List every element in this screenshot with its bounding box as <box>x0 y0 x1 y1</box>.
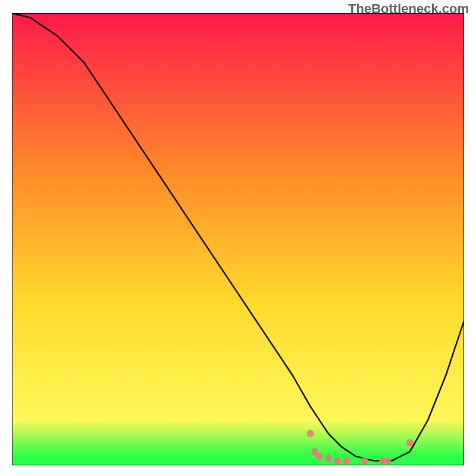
left-cluster-marker <box>325 455 332 462</box>
left-cluster-marker <box>343 457 350 464</box>
mid-dot-marker <box>361 457 368 464</box>
svg-rect-0 <box>12 13 464 465</box>
chart-container: TheBottleneck.com <box>0 0 476 476</box>
left-cluster-marker <box>316 453 323 460</box>
right-pair-marker <box>384 457 391 464</box>
far-right-dot-marker <box>406 439 414 446</box>
chart-svg <box>12 13 464 465</box>
chart-plot-area <box>12 13 464 465</box>
left-cluster-marker <box>307 430 314 437</box>
left-cluster-marker <box>334 457 341 464</box>
